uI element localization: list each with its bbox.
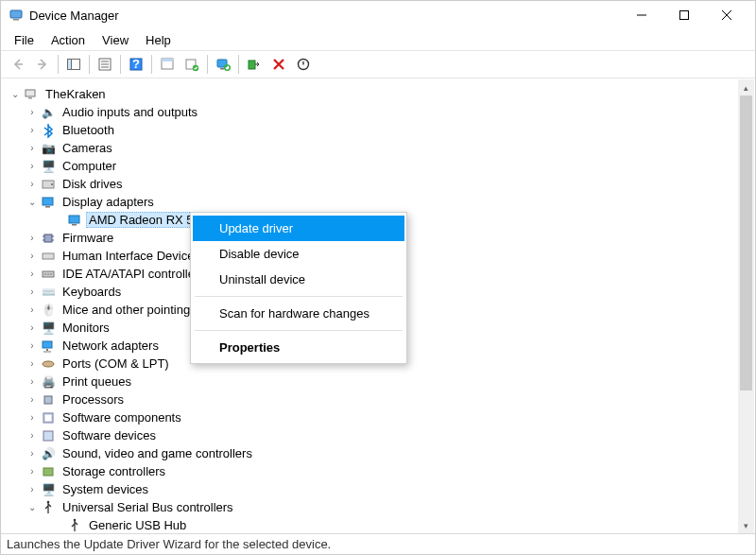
cat-disk[interactable]: ›Disk drives [9,175,755,193]
update-driver-button[interactable] [180,53,203,76]
expand-icon[interactable]: › [26,178,39,191]
cat-label: IDE ATA/ATAPI controlle [60,266,198,282]
menu-file[interactable]: File [7,31,42,49]
expand-icon[interactable]: › [26,142,39,155]
ctx-separator [195,296,403,297]
scroll-track[interactable] [738,95,754,517]
show-hide-tree-button[interactable] [62,53,85,76]
titlebar: Device Manager [1,1,755,29]
expand-icon[interactable]: › [26,268,39,281]
expand-icon[interactable]: › [26,286,39,299]
svg-rect-46 [43,431,53,441]
expand-icon[interactable]: › [26,483,39,496]
cat-label: Software components [60,409,184,425]
svg-rect-39 [43,341,52,348]
computer-icon [24,87,39,102]
cat-print[interactable]: ›🖨️Print queues [9,373,755,390]
expand-icon[interactable]: › [26,393,39,407]
statusbar: Launches the Update Driver Wizard for th… [1,533,755,554]
menu-action[interactable]: Action [43,31,93,49]
collapse-icon[interactable]: ⌄ [26,501,39,514]
ctx-update-driver[interactable]: Update driver [193,216,404,241]
expand-icon[interactable]: › [26,124,39,137]
cat-label: Print queues [60,373,134,390]
cat-label: Keyboards [60,284,124,300]
expand-icon[interactable]: › [26,429,39,442]
disk-icon [41,177,56,192]
system-icon: 🖥️ [41,482,56,497]
vertical-scrollbar[interactable]: ▴ ▾ [738,79,754,533]
cat-label: Sound, video and game controllers [60,445,255,461]
cat-softcomp[interactable]: ›Software components [9,408,755,426]
device-usb-hub[interactable]: ›Generic USB Hub [9,516,755,533]
expand-icon[interactable]: › [26,411,39,425]
expand-icon[interactable]: › [26,250,39,263]
ctx-uninstall-device[interactable]: Uninstall device [193,267,404,292]
help-button[interactable]: ? [125,53,147,76]
cat-storage[interactable]: ›Storage controllers [9,462,755,480]
menu-help[interactable]: Help [138,31,179,49]
svg-point-48 [47,500,50,503]
cat-label: Firmware [60,230,116,246]
cat-cameras[interactable]: ›📷Cameras [9,139,755,157]
expand-icon[interactable]: › [26,160,39,173]
svg-rect-18 [249,61,255,69]
enable-device-button[interactable] [243,53,266,76]
cat-processors[interactable]: ›Processors [9,390,755,408]
svg-text:?: ? [132,57,140,71]
menubar: File Action View Help [1,29,755,50]
expand-icon[interactable]: › [26,304,39,317]
cat-bluetooth[interactable]: ›Bluetooth [9,121,755,139]
software-device-icon [41,428,56,443]
device-label: Generic USB Hub [86,517,189,533]
cat-label: Cameras [60,140,115,156]
ctx-properties[interactable]: Properties [193,335,404,360]
properties-button[interactable] [94,53,116,76]
cat-label: Software devices [60,427,159,443]
ctx-scan-hardware[interactable]: Scan for hardware changes [193,301,404,326]
device-tree-panel[interactable]: ⌄ TheKraken ›🔈Audio inputs and outputs ›… [1,78,755,533]
cat-sound[interactable]: ›🔊Sound, video and game controllers [9,444,755,462]
ide-icon [41,267,56,282]
expand-icon[interactable]: › [26,321,39,335]
cat-system[interactable]: ›🖥️System devices [9,480,755,498]
svg-rect-0 [10,10,22,18]
svg-rect-47 [43,468,53,476]
svg-rect-27 [69,216,79,223]
svg-rect-34 [43,253,54,259]
sound-icon: 🔊 [41,446,56,461]
minimize-button[interactable] [620,2,662,28]
tree-root[interactable]: ⌄ TheKraken [9,85,755,103]
scroll-thumb[interactable] [740,95,752,390]
cat-audio[interactable]: ›🔈Audio inputs and outputs [9,103,755,121]
expand-icon[interactable]: › [26,465,39,478]
svg-rect-4 [68,60,72,70]
expand-icon[interactable]: › [26,447,39,460]
back-button [7,53,29,76]
bluetooth-icon [41,123,56,138]
ctx-disable-device[interactable]: Disable device [193,241,404,267]
scroll-up-button[interactable]: ▴ [738,79,754,95]
collapse-icon[interactable]: ⌄ [26,196,39,209]
action-button[interactable] [156,53,179,76]
expand-icon[interactable]: › [26,339,39,353]
cat-softdev[interactable]: ›Software devices [9,426,755,444]
expand-icon[interactable]: › [26,375,39,389]
cat-usb[interactable]: ⌄Universal Serial Bus controllers [9,498,755,516]
expand-icon[interactable]: › [26,232,39,245]
menu-view[interactable]: View [94,31,136,49]
maximize-button[interactable] [662,2,705,28]
close-button[interactable] [705,2,747,28]
disable-device-button[interactable] [292,53,315,76]
window-title: Device Manager [29,9,620,23]
cat-computer[interactable]: ›🖥️Computer [9,157,755,175]
expand-icon[interactable]: › [26,357,39,371]
expand-icon[interactable]: › [26,106,39,119]
svg-rect-12 [162,59,173,61]
status-text: Launches the Update Driver Wizard for th… [7,537,331,551]
collapse-icon[interactable]: ⌄ [9,88,22,101]
scan-hardware-button[interactable] [212,53,234,76]
cat-display[interactable]: ⌄Display adapters [9,193,755,211]
uninstall-device-button[interactable] [267,53,290,76]
scroll-down-button[interactable]: ▾ [738,517,754,533]
